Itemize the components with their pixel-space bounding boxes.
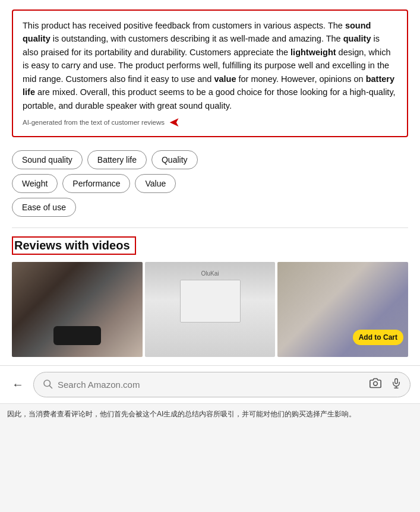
ai-summary-section: This product has received positive feedb… — [0, 0, 420, 143]
svg-line-1 — [49, 385, 52, 388]
footer-note: 因此，当消费者查看评论时，他们首先会被这个AI生成的总结内容所吸引，并可能对他们… — [0, 403, 420, 424]
reviews-videos-title: Reviews with videos — [12, 236, 136, 255]
search-bar-container[interactable] — [33, 372, 410, 397]
ai-generated-label: AI-generated from the text of customer r… — [23, 119, 165, 126]
tag-ease-of-use[interactable]: Ease of use — [12, 198, 76, 217]
tag-performance[interactable]: Performance — [62, 174, 130, 193]
tags-row-2: Weight Performance Value — [12, 174, 408, 193]
ai-summary-text: This product has received positive feedb… — [23, 19, 397, 112]
svg-point-2 — [374, 382, 378, 386]
page-wrapper: This product has received positive feedb… — [0, 0, 420, 424]
bottom-bar: ← — [0, 365, 420, 403]
tag-sound-quality[interactable]: Sound quality — [12, 150, 83, 169]
back-button[interactable]: ← — [10, 378, 26, 391]
svg-rect-3 — [395, 379, 398, 384]
tag-weight[interactable]: Weight — [12, 174, 58, 193]
tags-row-1: Sound quality Battery life Quality — [12, 150, 408, 169]
thumb2-brand-logo: OluKai — [201, 270, 219, 277]
tag-quality[interactable]: Quality — [151, 150, 198, 169]
video-thumb-1[interactable] — [12, 262, 143, 357]
mic-icon[interactable] — [391, 377, 402, 392]
add-to-cart-button[interactable]: Add to Cart — [353, 330, 403, 345]
tag-battery-life[interactable]: Battery life — [87, 150, 147, 169]
tags-row-3: Ease of use — [12, 198, 408, 217]
reviews-videos-section: Reviews with videos OluKai Add to Cart — [0, 228, 420, 357]
search-input[interactable] — [58, 380, 365, 390]
ai-summary-box: This product has received positive feedb… — [12, 10, 408, 137]
camera-icon[interactable] — [370, 377, 381, 392]
video-thumb-2[interactable]: OluKai — [145, 262, 276, 357]
search-icon — [42, 378, 53, 391]
ai-label-row: AI-generated from the text of customer r… — [23, 115, 397, 130]
tags-section: Sound quality Battery life Quality Weigh… — [0, 143, 420, 217]
video-thumb-3[interactable]: Add to Cart — [277, 262, 408, 357]
tag-value[interactable]: Value — [135, 174, 176, 193]
video-thumbnails: OluKai Add to Cart — [12, 262, 408, 357]
red-arrow-icon: ➤ — [169, 115, 180, 130]
